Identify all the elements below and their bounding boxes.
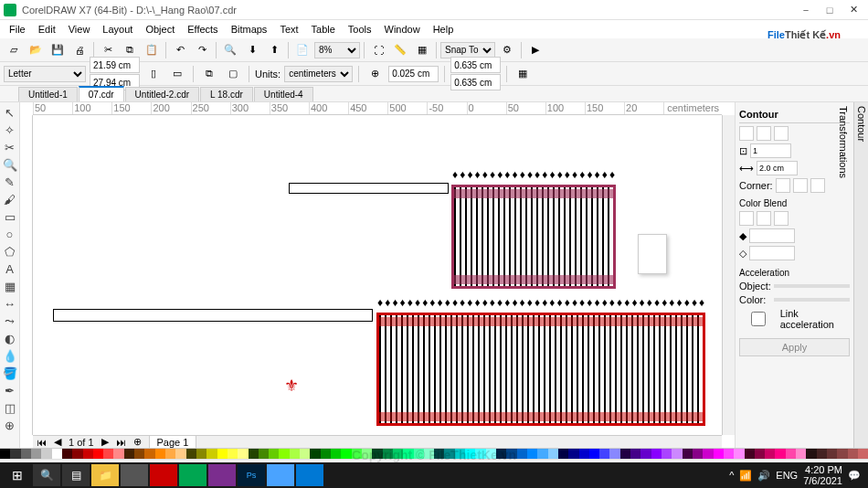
redo-icon[interactable]: ↷	[192, 40, 212, 60]
color-swatch[interactable]	[93, 449, 103, 459]
tab-transformations[interactable]: Transformations	[838, 106, 849, 444]
color-swatch[interactable]	[124, 449, 134, 459]
color-swatch[interactable]	[714, 449, 724, 459]
color-swatch[interactable]	[165, 449, 175, 459]
color-swatch[interactable]	[310, 449, 320, 459]
color-swatch[interactable]	[599, 449, 609, 459]
color-swatch[interactable]	[755, 449, 765, 459]
tray-network-icon[interactable]: 📶	[739, 470, 752, 482]
color-swatch[interactable]	[558, 449, 568, 459]
color-swatch[interactable]	[103, 449, 113, 459]
color-swatch[interactable]	[434, 449, 444, 459]
color-swatch[interactable]	[403, 449, 413, 459]
maximize-button[interactable]: □	[819, 3, 841, 17]
zoom-select[interactable]: 8%	[314, 42, 360, 58]
color-swatch[interactable]	[745, 449, 755, 459]
color-swatch[interactable]	[517, 449, 527, 459]
doc-tab[interactable]: Untitled-1	[18, 87, 78, 101]
menu-view[interactable]: View	[63, 22, 96, 37]
color-swatch[interactable]	[352, 449, 362, 459]
color-swatch[interactable]	[186, 449, 196, 459]
zoom-tool-icon[interactable]: 🔍	[2, 156, 18, 173]
tray-lang[interactable]: ENG	[776, 470, 798, 481]
drawn-rectangle[interactable]	[289, 183, 449, 194]
color-swatch[interactable]	[837, 449, 847, 459]
app-icon[interactable]	[121, 464, 148, 486]
blend-cw-icon[interactable]	[757, 211, 771, 226]
transparency-icon[interactable]: ◫	[2, 399, 18, 416]
drawing-canvas[interactable]: ♦♦♦♦♦♦♦♦♦♦♦♦♦♦♦♦♦♦♦♦♦♦ ♦♦♦♦♦♦♦♦♦♦♦♦♦♦♦♦♦…	[33, 115, 722, 435]
color-swatch[interactable]	[765, 449, 775, 459]
color-swatch[interactable]	[259, 449, 269, 459]
more-icon[interactable]: ⊕	[2, 417, 18, 433]
color-swatch[interactable]	[290, 449, 300, 459]
search-taskbar-icon[interactable]: 🔍	[33, 464, 60, 486]
print-icon[interactable]: 🖨	[69, 40, 90, 60]
tray-clock[interactable]: 4:20 PM 7/6/2021	[803, 464, 842, 486]
color-swatch[interactable]	[548, 449, 558, 459]
color-swatch[interactable]	[848, 449, 858, 459]
color-swatch[interactable]	[72, 449, 82, 459]
color-swatch[interactable]	[620, 449, 630, 459]
new-icon[interactable]: ▱	[4, 40, 24, 60]
color-swatch[interactable]	[589, 449, 599, 459]
color-swatch[interactable]	[806, 449, 816, 459]
color-swatch[interactable]	[662, 449, 672, 459]
menu-file[interactable]: File	[4, 22, 31, 37]
first-page-button[interactable]: ⏮	[33, 437, 50, 448]
miter-corner-icon[interactable]	[776, 178, 790, 193]
apply-button[interactable]: Apply	[739, 338, 850, 356]
color-swatch[interactable]	[52, 449, 62, 459]
color-swatch[interactable]	[455, 449, 465, 459]
close-button[interactable]: ✕	[842, 3, 864, 17]
color-swatch[interactable]	[113, 449, 123, 459]
publish-icon[interactable]: 📄	[292, 40, 312, 60]
color-swatch[interactable]	[465, 449, 475, 459]
eyedropper-tool-icon[interactable]: 💧	[2, 347, 18, 364]
color-swatch[interactable]	[31, 449, 41, 459]
page-tab[interactable]: Page 1	[149, 435, 197, 449]
color-swatch[interactable]	[372, 449, 382, 459]
units-select[interactable]: centimeters	[284, 66, 353, 82]
bevel-corner-icon[interactable]	[810, 178, 825, 193]
freehand-tool-icon[interactable]: ✎	[2, 174, 18, 190]
color-swatch[interactable]	[62, 449, 72, 459]
treat-as-filled-icon[interactable]: ▦	[513, 64, 533, 84]
start-button[interactable]: ⊞	[4, 464, 31, 486]
menu-effects[interactable]: Effects	[182, 22, 223, 37]
tray-chevron-icon[interactable]: ^	[729, 470, 734, 481]
color-swatch[interactable]	[0, 449, 10, 459]
prev-page-button[interactable]: ◀	[50, 436, 65, 448]
color-swatch[interactable]	[630, 449, 640, 459]
menu-bitmaps[interactable]: Bitmaps	[226, 22, 273, 37]
ellipse-tool-icon[interactable]: ○	[2, 226, 18, 242]
color-swatch[interactable]	[83, 449, 93, 459]
color-swatch[interactable]	[300, 449, 310, 459]
menu-tools[interactable]: Tools	[343, 22, 377, 37]
color-swatch[interactable]	[683, 449, 693, 459]
dimension-tool-icon[interactable]: ↔	[2, 295, 18, 312]
color-swatch[interactable]	[228, 449, 238, 459]
app-icon[interactable]	[296, 464, 323, 486]
color-swatch[interactable]	[10, 449, 20, 459]
current-page-icon[interactable]: ▢	[223, 64, 243, 84]
color-swatch[interactable]	[475, 449, 485, 459]
color-swatch[interactable]	[217, 449, 228, 459]
color-swatch[interactable]	[786, 449, 796, 459]
menu-help[interactable]: Help	[428, 22, 460, 37]
color-swatch[interactable]	[206, 449, 217, 459]
shape-tool-icon[interactable]: ✧	[2, 122, 18, 138]
task-view-icon[interactable]: ▤	[62, 464, 90, 486]
color-swatch[interactable]	[651, 449, 662, 459]
landscape-icon[interactable]: ▭	[167, 64, 187, 84]
color-swatch[interactable]	[640, 449, 651, 459]
open-icon[interactable]: 📂	[26, 40, 46, 60]
portrait-icon[interactable]: ▯	[143, 64, 164, 84]
rectangle-tool-icon[interactable]: ▭	[2, 208, 18, 225]
round-corner-icon[interactable]	[793, 178, 808, 193]
color-swatch[interactable]	[331, 449, 341, 459]
color-swatch[interactable]	[527, 449, 537, 459]
add-page-button[interactable]: ⊕	[130, 436, 145, 448]
fullscreen-icon[interactable]: ⛶	[368, 40, 388, 60]
vertical-scrollbar[interactable]	[722, 115, 735, 435]
